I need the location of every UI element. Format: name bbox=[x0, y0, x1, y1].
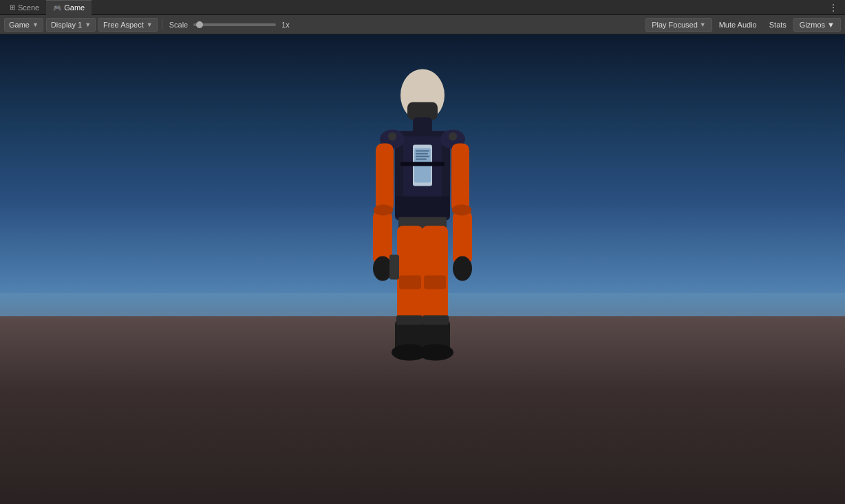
aspect-dropdown[interactable]: Free Aspect ▼ bbox=[98, 18, 158, 32]
svg-rect-9 bbox=[416, 155, 429, 157]
svg-rect-8 bbox=[416, 153, 428, 154]
toolbar: Game ▼ Display 1 ▼ Free Aspect ▼ Scale 1… bbox=[0, 15, 845, 34]
display-dropdown[interactable]: Display 1 ▼ bbox=[46, 18, 96, 32]
display-dropdown-label: Display 1 bbox=[51, 21, 82, 29]
play-focused-label: Play Focused bbox=[652, 21, 698, 29]
svg-point-27 bbox=[418, 344, 453, 360]
gizmos-label: Gizmos bbox=[800, 21, 825, 29]
svg-rect-22 bbox=[399, 275, 421, 289]
svg-rect-7 bbox=[416, 150, 429, 151]
aspect-dropdown-arrow: ▼ bbox=[147, 21, 153, 28]
gizmos-button[interactable]: Gizmos ▼ bbox=[793, 18, 841, 32]
stats-button[interactable]: Stats bbox=[764, 18, 792, 32]
scene-icon: ⊞ bbox=[10, 3, 15, 11]
svg-rect-37 bbox=[422, 315, 449, 325]
game-dropdown-label: Game bbox=[9, 21, 30, 29]
game-icon: 🎮 bbox=[53, 4, 61, 12]
svg-rect-13 bbox=[376, 143, 394, 212]
gizmos-arrow: ▼ bbox=[827, 21, 835, 29]
character-model bbox=[347, 62, 498, 461]
svg-rect-20 bbox=[397, 226, 423, 322]
scale-slider-thumb bbox=[196, 21, 203, 28]
svg-rect-28 bbox=[413, 117, 432, 133]
tab-game-label: Game bbox=[64, 3, 85, 12]
svg-rect-16 bbox=[451, 143, 469, 212]
svg-rect-21 bbox=[422, 226, 448, 322]
scale-value: 1x bbox=[281, 21, 290, 29]
svg-rect-35 bbox=[400, 162, 445, 166]
tab-game[interactable]: 🎮 Game bbox=[46, 0, 92, 15]
svg-point-32 bbox=[452, 204, 471, 215]
svg-point-30 bbox=[449, 132, 457, 140]
play-focused-arrow: ▼ bbox=[700, 21, 706, 28]
svg-point-15 bbox=[373, 256, 392, 281]
svg-point-18 bbox=[453, 256, 472, 281]
svg-rect-34 bbox=[395, 196, 450, 217]
more-options-icon[interactable]: ⋮ bbox=[824, 2, 842, 13]
game-dropdown[interactable]: Game ▼ bbox=[4, 18, 43, 32]
separator-1 bbox=[162, 19, 162, 30]
svg-rect-23 bbox=[424, 275, 446, 289]
svg-point-31 bbox=[374, 204, 393, 215]
svg-rect-36 bbox=[396, 315, 422, 325]
display-dropdown-arrow: ▼ bbox=[85, 21, 91, 28]
play-focused-button[interactable]: Play Focused ▼ bbox=[645, 18, 712, 32]
svg-rect-10 bbox=[416, 158, 427, 160]
scale-slider[interactable] bbox=[193, 23, 276, 26]
scale-label: Scale bbox=[169, 21, 189, 29]
mute-audio-button[interactable]: Mute Audio bbox=[714, 18, 762, 32]
game-dropdown-arrow: ▼ bbox=[32, 21, 39, 28]
tab-scene[interactable]: ⊞ Scene bbox=[3, 0, 46, 15]
stats-label: Stats bbox=[769, 21, 787, 29]
tab-bar: ⊞ Scene 🎮 Game ⋮ bbox=[0, 0, 845, 15]
game-viewport[interactable] bbox=[0, 34, 845, 504]
svg-rect-33 bbox=[389, 254, 399, 279]
aspect-dropdown-label: Free Aspect bbox=[103, 21, 144, 29]
svg-point-29 bbox=[388, 132, 396, 140]
mute-audio-label: Mute Audio bbox=[719, 21, 757, 29]
tab-scene-label: Scene bbox=[18, 3, 39, 12]
toolbar-right: Play Focused ▼ Mute Audio Stats Gizmos ▼ bbox=[645, 18, 841, 32]
